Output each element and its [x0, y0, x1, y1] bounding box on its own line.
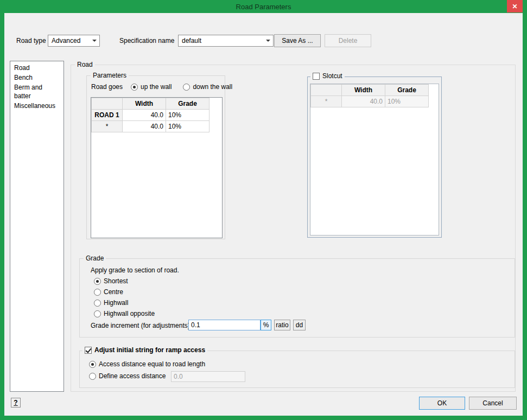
- road-goes-row: Road goes up the wall down the wall: [91, 83, 232, 91]
- width-cell[interactable]: 40.0: [123, 121, 166, 132]
- unit-percent-button[interactable]: %: [261, 320, 271, 330]
- specification-name-label: Specification name: [119, 37, 174, 45]
- sidebar-item-bench[interactable]: Bench: [10, 73, 64, 82]
- unit-dd-button[interactable]: dd: [293, 320, 306, 330]
- grade-cell[interactable]: 10%: [385, 96, 429, 107]
- parameters-groupbox-title: Parameters: [91, 72, 129, 80]
- width-cell[interactable]: 40.0: [342, 96, 385, 107]
- radio-icon: [94, 300, 101, 307]
- radio-highwall-label: Highwall: [104, 299, 128, 307]
- radio-icon: [131, 84, 138, 91]
- sidebar-item-berm-and-batter[interactable]: Berm and batter: [10, 82, 64, 101]
- cancel-button[interactable]: Cancel: [469, 397, 517, 410]
- grade-increment-label: Grade increment (for adjustments): [91, 322, 190, 330]
- row-header-cell[interactable]: *: [92, 121, 123, 132]
- radio-up-the-wall-label: up the wall: [141, 83, 172, 91]
- slotcut-groupbox: Slotcut Width Grade * 40.0 10%: [307, 77, 442, 238]
- grade-column-header: Grade: [166, 98, 209, 110]
- radio-down-the-wall-label: down the wall: [193, 83, 232, 91]
- row-header-cell[interactable]: *: [311, 96, 342, 107]
- parameters-groupbox: Parameters Road goes up the wall down th…: [86, 75, 225, 239]
- help-button[interactable]: ?: [11, 398, 21, 408]
- save-as-button[interactable]: Save As ...: [274, 34, 321, 47]
- radio-highwall-opposite-label: Highwall opposite: [104, 310, 155, 317]
- radio-shortest-label: Shortest: [104, 277, 128, 285]
- road-type-value: Advanced: [52, 37, 80, 44]
- category-list: Road Bench Berm and batter Miscellaneous: [10, 61, 64, 392]
- table-row: * 40.0 10%: [311, 96, 429, 107]
- width-cell[interactable]: 40.0: [123, 110, 166, 121]
- table-row: * 40.0 10%: [92, 121, 209, 132]
- question-mark-icon: ?: [14, 399, 17, 406]
- table-row: ROAD 1 40.0 10%: [92, 110, 209, 121]
- access-distance-input[interactable]: [171, 371, 245, 382]
- grade-cell[interactable]: 10%: [166, 121, 209, 132]
- grade-cell[interactable]: 10%: [166, 110, 209, 121]
- ramp-access-checkbox[interactable]: Adjust initial string for ramp access: [82, 346, 207, 354]
- road-groupbox-title: Road: [75, 61, 95, 69]
- radio-down-the-wall[interactable]: down the wall: [183, 83, 232, 91]
- window-title: Road Parameters: [236, 3, 291, 11]
- grade-groupbox-title: Grade: [84, 254, 106, 263]
- grade-increment-input[interactable]: [188, 320, 261, 330]
- grade-column-header: Grade: [385, 85, 429, 96]
- width-column-header: Width: [342, 85, 385, 96]
- road-groupbox: Road Parameters Road goes up the wall do…: [71, 65, 516, 392]
- radio-highwall-opposite[interactable]: Highwall opposite: [94, 310, 155, 317]
- radio-icon: [94, 289, 101, 296]
- radio-highwall[interactable]: Highwall: [94, 299, 128, 307]
- radio-icon: [183, 84, 190, 91]
- road-type-select[interactable]: Advanced: [48, 35, 100, 47]
- table-corner-cell: [311, 85, 342, 96]
- slotcut-checkbox[interactable]: Slotcut: [310, 72, 345, 80]
- slotcut-label: Slotcut: [322, 72, 342, 80]
- road-type-label: Road type: [16, 37, 46, 45]
- specification-name-value: default: [182, 37, 201, 44]
- ramp-access-label: Adjust initial string for ramp access: [94, 346, 205, 354]
- road-goes-label: Road goes: [91, 83, 123, 91]
- delete-button[interactable]: Delete: [325, 34, 371, 47]
- titlebar: Road Parameters: [0, 0, 527, 13]
- chevron-down-icon: [92, 40, 97, 42]
- radio-centre-label: Centre: [104, 288, 123, 296]
- road-table: Width Grade ROAD 1 40.0 10% * 40.0 10%: [91, 97, 223, 238]
- grade-instruction: Apply grade to section of road.: [91, 266, 179, 275]
- checkbox-icon: [85, 347, 92, 354]
- sidebar-item-miscellaneous[interactable]: Miscellaneous: [10, 101, 64, 111]
- radio-define-access-distance[interactable]: Define access distance: [89, 372, 166, 380]
- dialog-content: Road type Advanced Specification name de…: [4, 13, 523, 416]
- road-table-header-row: Width Grade: [92, 98, 209, 110]
- specification-name-select[interactable]: default: [178, 35, 274, 47]
- sidebar-item-road[interactable]: Road: [10, 63, 64, 73]
- row-header-cell[interactable]: ROAD 1: [92, 110, 123, 121]
- chevron-down-icon: [266, 40, 270, 42]
- slotcut-table-header-row: Width Grade: [311, 85, 429, 96]
- width-column-header: Width: [123, 98, 166, 110]
- checkbox-icon: [313, 73, 320, 80]
- ok-button[interactable]: OK: [419, 397, 465, 410]
- close-button[interactable]: ✕: [507, 0, 523, 12]
- radio-define-access-distance-label: Define access distance: [99, 372, 166, 380]
- slotcut-table: Width Grade * 40.0 10%: [310, 84, 439, 236]
- radio-icon: [89, 361, 96, 368]
- radio-icon: [94, 310, 101, 317]
- radio-shortest[interactable]: Shortest: [94, 277, 128, 285]
- close-icon: ✕: [512, 3, 517, 10]
- radio-centre[interactable]: Centre: [94, 288, 123, 296]
- grade-groupbox: Grade Apply grade to section of road. Sh…: [79, 258, 515, 338]
- unit-ratio-button[interactable]: ratio: [274, 320, 290, 330]
- road-parameters-dialog: Road Parameters ✕ Road type Advanced Spe…: [0, 0, 527, 420]
- radio-access-distance-equal[interactable]: Access distance equal to road length: [89, 360, 205, 368]
- radio-icon: [89, 373, 96, 380]
- radio-icon: [94, 278, 101, 285]
- ramp-access-groupbox: Adjust initial string for ramp access Ac…: [79, 351, 515, 388]
- radio-access-distance-equal-label: Access distance equal to road length: [99, 360, 205, 368]
- table-corner-cell: [92, 98, 123, 110]
- radio-up-the-wall[interactable]: up the wall: [131, 83, 172, 91]
